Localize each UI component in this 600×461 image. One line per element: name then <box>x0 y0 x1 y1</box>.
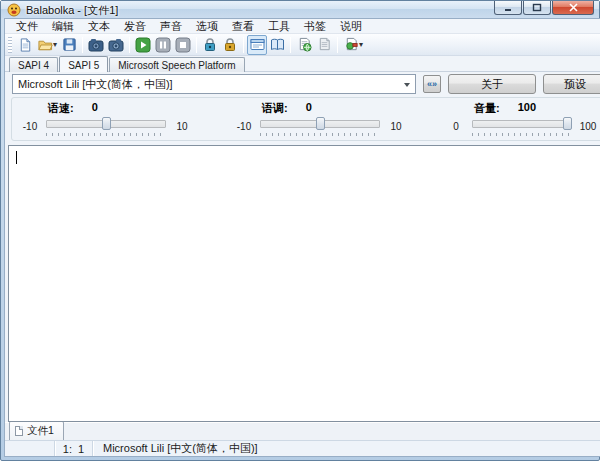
menu-pronunciation[interactable]: 发音 <box>117 18 153 35</box>
rate-min-label: -10 <box>20 121 40 132</box>
open-file-dropdown-caret[interactable]: ▾ <box>53 40 57 49</box>
menu-tools[interactable]: 工具 <box>261 18 297 35</box>
volume-label: 音量: <box>474 101 500 116</box>
document-tab-label: 文件1 <box>27 424 54 438</box>
dictionary-icon <box>270 38 285 51</box>
translate-page-icon <box>297 37 312 52</box>
window-controls <box>493 1 594 15</box>
play-icon <box>135 37 151 53</box>
pause-button[interactable] <box>153 35 173 55</box>
tab-speech-platform[interactable]: Microsoft Speech Platform <box>109 57 244 72</box>
dictionary-button[interactable] <box>267 35 287 55</box>
toolbar-separator <box>82 37 83 53</box>
status-voice-name: Microsoft Lili [中文(简体，中国)] <box>93 441 600 456</box>
pitch-min-label: -10 <box>234 121 254 132</box>
text-editor[interactable] <box>8 145 600 422</box>
open-file-button[interactable] <box>35 35 55 55</box>
menu-text[interactable]: 文本 <box>81 18 117 35</box>
status-bar: 1: 1 Microsoft Lili [中文(简体，中国)] <box>5 440 600 456</box>
audio-save-icon <box>108 38 124 52</box>
audio-open-icon <box>88 38 104 52</box>
status-cursor-position: 1: 1 <box>55 441 93 456</box>
menu-bookmarks[interactable]: 书签 <box>297 18 333 35</box>
window-frame: 文件 编辑 文本 发音 声音 选项 查看 工具 书签 说明 ▾ <box>1 18 599 460</box>
rate-slider-thumb[interactable] <box>102 117 111 130</box>
rate-slider-group: 语速: 0 -10 10 <box>20 101 192 136</box>
menu-bar: 文件 编辑 文本 发音 声音 选项 查看 工具 书签 说明 <box>5 19 600 34</box>
rate-value: 0 <box>92 101 98 116</box>
engine-tab-strip: SAPI 4 SAPI 5 Microsoft Speech Platform <box>5 56 600 72</box>
new-document-button[interactable] <box>15 35 35 55</box>
menu-file[interactable]: 文件 <box>9 18 45 35</box>
tab-sapi5[interactable]: SAPI 5 <box>59 56 108 72</box>
voice-parameters-panel: 语速: 0 -10 10 <box>11 97 600 141</box>
menu-edit[interactable]: 编辑 <box>45 18 81 35</box>
balabolka-window: Balabolka - [文件1] 文件 编辑 文本 发音 声音 选项 查看 工… <box>0 0 600 461</box>
pitch-slider-group: 语调: 0 -10 10 <box>234 101 406 136</box>
document-tab-strip: 文件1 <box>5 422 600 440</box>
rate-label: 语速: <box>48 101 74 116</box>
language-menu-icon <box>344 37 359 52</box>
title-bar: Balabolka - [文件1] <box>1 1 599 18</box>
new-document-icon <box>18 37 33 53</box>
volume-slider[interactable] <box>472 117 572 131</box>
document-tab[interactable]: 文件1 <box>9 421 64 440</box>
voice-select-value: Microsoft Lili [中文(简体，中国)] <box>18 77 173 92</box>
book-button[interactable] <box>314 35 334 55</box>
lock-gold-button[interactable] <box>220 35 240 55</box>
volume-min-label: 0 <box>446 121 466 132</box>
save-icon <box>62 37 77 52</box>
toolbar-separator <box>290 37 291 53</box>
lock-green-icon <box>203 37 217 52</box>
maximize-button[interactable] <box>523 1 551 15</box>
menu-help[interactable]: 说明 <box>333 18 369 35</box>
pitch-slider-thumb[interactable] <box>316 117 325 130</box>
pitch-slider[interactable] <box>260 117 380 131</box>
chevron-down-icon <box>404 83 410 90</box>
voice-params-icon: «» <box>427 79 437 89</box>
language-menu-button[interactable] <box>341 35 361 55</box>
stop-icon <box>175 37 191 53</box>
pitch-value: 0 <box>306 101 312 116</box>
pitch-max-label: 10 <box>386 121 406 132</box>
pitch-label: 语调: <box>262 101 288 116</box>
volume-slider-track[interactable] <box>472 120 572 128</box>
lock-gold-icon <box>223 37 237 52</box>
audio-open-button[interactable] <box>86 35 106 55</box>
translate-page-button[interactable] <box>294 35 314 55</box>
toolbar-grip[interactable] <box>8 37 12 53</box>
rate-slider-ticks <box>46 132 166 136</box>
status-empty-panel <box>5 441 55 456</box>
volume-slider-group: 音量: 100 0 100 <box>446 101 598 136</box>
volume-value: 100 <box>518 101 536 116</box>
volume-slider-thumb[interactable] <box>563 117 572 130</box>
language-menu-caret[interactable]: ▾ <box>359 40 363 49</box>
book-icon <box>317 37 332 52</box>
save-button[interactable] <box>59 35 79 55</box>
tab-sapi4[interactable]: SAPI 4 <box>9 57 58 72</box>
menu-voice[interactable]: 声音 <box>153 18 189 35</box>
rate-max-label: 10 <box>172 121 192 132</box>
about-voice-button[interactable]: 关于 <box>448 74 536 94</box>
voice-params-button[interactable]: «» <box>423 75 441 93</box>
lock-green-button[interactable] <box>200 35 220 55</box>
menu-view[interactable]: 查看 <box>225 18 261 35</box>
document-icon <box>15 426 23 436</box>
menu-options[interactable]: 选项 <box>189 18 225 35</box>
toolbar-separator <box>337 37 338 53</box>
voice-row: Microsoft Lili [中文(简体，中国)] «» 关于 预设 <box>5 72 600 96</box>
client-area: 文件 编辑 文本 发音 声音 选项 查看 工具 书签 说明 ▾ <box>4 18 600 457</box>
audio-save-button[interactable] <box>106 35 126 55</box>
voice-select[interactable]: Microsoft Lili [中文(简体，中国)] <box>12 74 416 94</box>
rate-slider[interactable] <box>46 117 166 131</box>
toolbar: ▾ <box>5 34 600 56</box>
close-button[interactable] <box>552 1 594 15</box>
pitch-slider-ticks <box>260 132 380 136</box>
play-button[interactable] <box>133 35 153 55</box>
text-panel-toggle-button[interactable] <box>247 35 267 55</box>
volume-max-label: 100 <box>578 121 598 132</box>
minimize-button[interactable] <box>494 1 522 15</box>
app-icon <box>7 3 21 17</box>
preset-button[interactable]: 预设 <box>543 74 600 94</box>
stop-button[interactable] <box>173 35 193 55</box>
